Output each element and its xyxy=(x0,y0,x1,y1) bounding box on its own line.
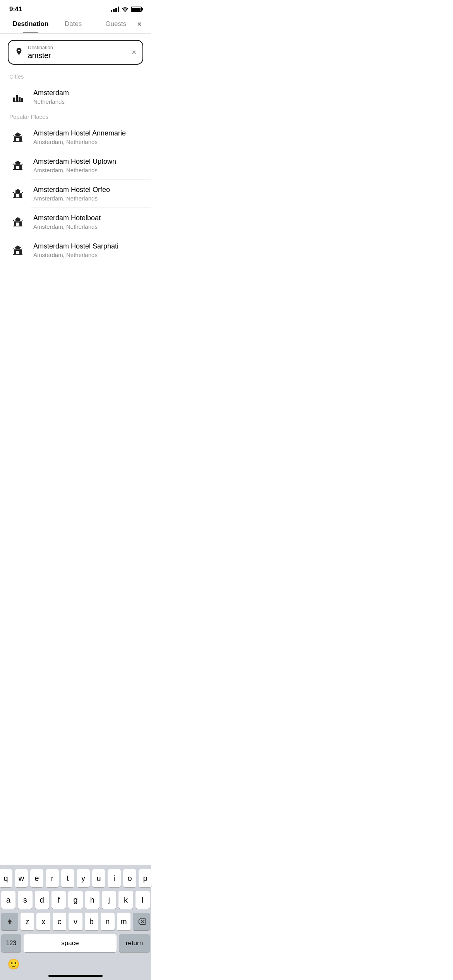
place-result-1[interactable]: Amsterdam Hostel Uptown Amsterdam, Nethe… xyxy=(0,151,151,179)
search-box[interactable]: Destination amster × xyxy=(8,40,143,65)
svg-rect-8 xyxy=(19,95,20,97)
svg-rect-21 xyxy=(13,169,22,170)
place-result-sub-0: Amsterdam, Netherlands xyxy=(33,139,142,145)
status-time: 9:41 xyxy=(9,5,22,13)
svg-rect-36 xyxy=(14,221,22,222)
place-result-text-1: Amsterdam Hostel Uptown Amsterdam, Nethe… xyxy=(33,157,142,173)
svg-rect-6 xyxy=(14,96,15,98)
svg-rect-34 xyxy=(20,219,22,221)
place-result-name-2: Amsterdam Hostel Orfeo xyxy=(33,185,142,194)
svg-point-0 xyxy=(125,11,126,12)
city-result-text: Amsterdam Netherlands xyxy=(33,89,142,105)
search-container: Destination amster × xyxy=(0,34,151,71)
place-result-sub-1: Amsterdam, Netherlands xyxy=(33,167,142,173)
city-result-amsterdam[interactable]: Amsterdam Netherlands xyxy=(0,83,151,111)
tab-bar: Destination Dates Guests × xyxy=(0,16,151,34)
svg-rect-40 xyxy=(14,248,15,249)
city-result-sub: Netherlands xyxy=(33,98,142,105)
svg-rect-12 xyxy=(14,135,15,136)
place-result-sub-3: Amsterdam, Netherlands xyxy=(33,223,142,230)
svg-rect-28 xyxy=(13,197,22,198)
svg-rect-27 xyxy=(20,191,22,193)
cities-section-label: Cities xyxy=(0,71,151,83)
svg-rect-7 xyxy=(17,94,18,95)
svg-rect-15 xyxy=(14,136,22,137)
clear-search-button[interactable]: × xyxy=(132,48,136,57)
place-result-name-3: Amsterdam Hotelboat xyxy=(33,214,142,223)
place-result-4[interactable]: Amsterdam Hostel Sarphati Amsterdam, Net… xyxy=(0,236,151,264)
place-icon-2 xyxy=(9,185,26,202)
wifi-icon xyxy=(122,7,129,12)
place-icon-0 xyxy=(9,128,26,146)
svg-rect-20 xyxy=(20,163,22,164)
svg-rect-35 xyxy=(13,226,22,226)
place-result-text-2: Amsterdam Hostel Orfeo Amsterdam, Nether… xyxy=(33,185,142,202)
svg-rect-43 xyxy=(14,249,22,250)
svg-rect-1 xyxy=(13,98,15,101)
svg-rect-41 xyxy=(20,248,22,249)
location-pin-icon xyxy=(15,47,23,58)
status-bar: 9:41 xyxy=(0,0,151,16)
place-result-3[interactable]: Amsterdam Hotelboat Amsterdam, Netherlan… xyxy=(0,208,151,236)
svg-rect-4 xyxy=(21,98,23,101)
place-result-name-4: Amsterdam Hostel Sarphati xyxy=(33,242,142,251)
svg-rect-3 xyxy=(19,97,21,101)
tab-guests[interactable]: Guests xyxy=(94,20,137,33)
svg-rect-13 xyxy=(20,135,22,136)
svg-rect-33 xyxy=(14,219,15,221)
place-result-text-4: Amsterdam Hostel Sarphati Amsterdam, Net… xyxy=(33,242,142,258)
place-result-sub-4: Amsterdam, Netherlands xyxy=(33,252,142,258)
place-result-text-3: Amsterdam Hotelboat Amsterdam, Netherlan… xyxy=(33,214,142,230)
status-icons xyxy=(111,7,142,12)
search-input-wrap: Destination amster xyxy=(28,45,127,60)
tab-dates[interactable]: Dates xyxy=(52,20,94,33)
city-result-name: Amsterdam xyxy=(33,89,142,98)
svg-rect-42 xyxy=(13,254,22,255)
svg-rect-29 xyxy=(14,193,22,194)
search-field-value[interactable]: amster xyxy=(28,51,51,60)
signal-icon xyxy=(111,7,119,12)
tab-destination[interactable]: Destination xyxy=(9,20,52,33)
place-result-text-0: Amsterdam Hostel Annemarie Amsterdam, Ne… xyxy=(33,129,142,145)
popular-places-section-label: Popular Places xyxy=(0,111,151,123)
battery-icon xyxy=(131,7,142,12)
place-icon-4 xyxy=(9,242,26,259)
place-result-2[interactable]: Amsterdam Hostel Orfeo Amsterdam, Nether… xyxy=(0,180,151,207)
svg-rect-2 xyxy=(16,95,18,101)
place-result-name-1: Amsterdam Hostel Uptown xyxy=(33,157,142,166)
place-icon-3 xyxy=(9,213,26,230)
place-result-name-0: Amsterdam Hostel Annemarie xyxy=(33,129,142,138)
city-icon xyxy=(9,88,26,105)
svg-rect-19 xyxy=(14,163,15,164)
svg-rect-14 xyxy=(13,141,22,142)
close-button[interactable]: × xyxy=(137,20,142,33)
svg-rect-22 xyxy=(14,164,22,165)
svg-rect-26 xyxy=(14,191,15,193)
place-result-sub-2: Amsterdam, Netherlands xyxy=(33,195,142,202)
search-field-label: Destination xyxy=(28,45,127,50)
place-icon-1 xyxy=(9,157,26,174)
svg-rect-5 xyxy=(13,101,23,102)
content-area: Destination amster × Cities Amsterdam Ne… xyxy=(0,34,151,396)
place-result-0[interactable]: Amsterdam Hostel Annemarie Amsterdam, Ne… xyxy=(0,123,151,151)
